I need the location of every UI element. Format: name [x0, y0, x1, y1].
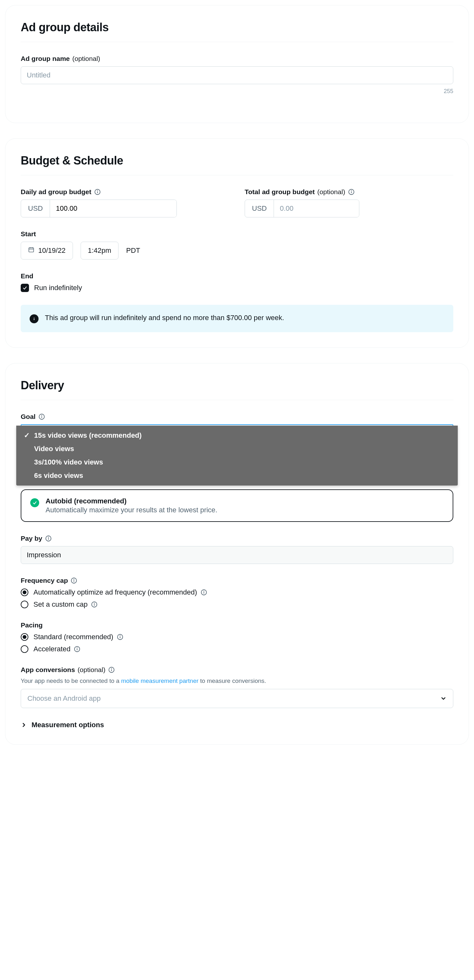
info-icon[interactable]	[200, 589, 208, 596]
run-indefinitely-label: Run indefinitely	[34, 284, 82, 292]
freq-auto-label: Automatically optimize ad frequency (rec…	[33, 588, 208, 597]
info-icon[interactable]	[91, 601, 98, 608]
pacing-label: Pacing	[21, 621, 453, 629]
bid-strategy-card[interactable]: Autobid (recommended) Automatically maxi…	[21, 489, 453, 522]
total-budget-input[interactable]	[274, 200, 359, 217]
ad-group-details-card: Ad group details Ad group name (optional…	[5, 5, 469, 123]
start-date-value: 10/19/22	[38, 247, 66, 255]
info-icon[interactable]	[117, 633, 124, 641]
pay-by-label: Pay by	[21, 535, 453, 542]
goal-label: Goal	[21, 413, 453, 420]
ad-group-name-input[interactable]	[21, 66, 453, 84]
info-icon[interactable]	[70, 577, 78, 584]
ad-group-details-title: Ad group details	[21, 21, 453, 34]
bid-title: Autobid (recommended)	[46, 497, 217, 505]
svg-point-35	[111, 668, 111, 669]
budget-info-text: This ad group will run indefinitely and …	[45, 314, 284, 322]
currency-prefix: USD	[21, 200, 50, 217]
currency-prefix: USD	[245, 200, 274, 217]
app-select[interactable]: Choose an Android app	[21, 689, 453, 708]
ad-group-name-label: Ad group name (optional)	[21, 55, 453, 62]
start-label: Start	[21, 230, 453, 238]
char-counter: 255	[21, 88, 453, 95]
pacing-accelerated-radio[interactable]	[21, 645, 29, 653]
start-date-picker[interactable]: 10/19/22	[21, 242, 73, 259]
svg-point-14	[41, 415, 42, 416]
info-icon[interactable]	[74, 646, 81, 652]
info-icon[interactable]	[45, 535, 52, 542]
chevron-down-icon	[440, 695, 447, 702]
chevron-right-icon	[21, 722, 27, 728]
info-icon[interactable]	[108, 666, 115, 673]
divider	[21, 400, 453, 400]
delivery-card: Delivery Goal 15s video views (recommend…	[5, 363, 469, 745]
start-time-picker[interactable]: 1:42pm	[81, 242, 119, 259]
budget-schedule-card: Budget & Schedule Daily ad group budget …	[5, 138, 469, 348]
pay-by-select[interactable]: Impression	[21, 546, 453, 564]
delivery-title: Delivery	[21, 379, 453, 392]
info-icon	[30, 314, 38, 323]
app-conversions-label: App conversions (optional)	[21, 666, 453, 674]
svg-point-32	[77, 648, 78, 648]
budget-schedule-title: Budget & Schedule	[21, 154, 453, 167]
run-indefinitely-checkbox[interactable]	[21, 284, 29, 292]
svg-rect-6	[29, 248, 34, 252]
budget-info-banner: This ad group will run indefinitely and …	[21, 305, 453, 332]
info-icon[interactable]	[38, 413, 45, 420]
daily-budget-input[interactable]	[50, 200, 176, 217]
frequency-cap-label: Frequency cap	[21, 577, 453, 584]
goal-dropdown: 15s video views (recommended) Video view…	[16, 426, 458, 485]
calendar-icon	[28, 247, 35, 255]
svg-rect-11	[34, 318, 35, 320]
divider	[21, 175, 453, 175]
app-help-text: Your app needs to be connected to a mobi…	[21, 678, 453, 684]
total-budget-input-group: USD	[245, 200, 359, 218]
daily-budget-input-group: USD	[21, 200, 177, 218]
timezone-label: PDT	[126, 247, 140, 255]
info-icon[interactable]	[94, 188, 101, 196]
info-icon[interactable]	[348, 188, 355, 196]
freq-custom-radio[interactable]	[21, 601, 29, 608]
freq-auto-radio[interactable]	[21, 589, 29, 596]
end-label: End	[21, 272, 453, 280]
divider	[21, 42, 453, 42]
svg-point-26	[94, 603, 95, 603]
goal-option[interactable]: 6s video views	[16, 469, 458, 482]
pacing-standard-radio[interactable]	[21, 633, 29, 641]
total-budget-label: Total ad group budget (optional)	[245, 188, 453, 196]
check-icon	[30, 498, 39, 507]
daily-budget-label: Daily ad group budget	[21, 188, 229, 196]
goal-option[interactable]: 15s video views (recommended)	[16, 429, 458, 442]
freq-custom-label: Set a custom cap	[33, 600, 98, 609]
measurement-options-toggle[interactable]: Measurement options	[21, 721, 453, 729]
pacing-standard-label: Standard (recommended)	[33, 633, 124, 641]
svg-point-29	[120, 636, 120, 636]
goal-option[interactable]: 3s/100% video views	[16, 455, 458, 469]
mobile-measurement-link[interactable]: mobile measurement partner	[121, 678, 198, 684]
goal-option[interactable]: Video views	[16, 442, 458, 455]
svg-point-10	[34, 318, 35, 318]
start-time-value: 1:42pm	[88, 247, 111, 255]
bid-subtitle: Automatically maximize your results at t…	[46, 506, 217, 514]
pacing-accelerated-label: Accelerated	[33, 645, 81, 653]
